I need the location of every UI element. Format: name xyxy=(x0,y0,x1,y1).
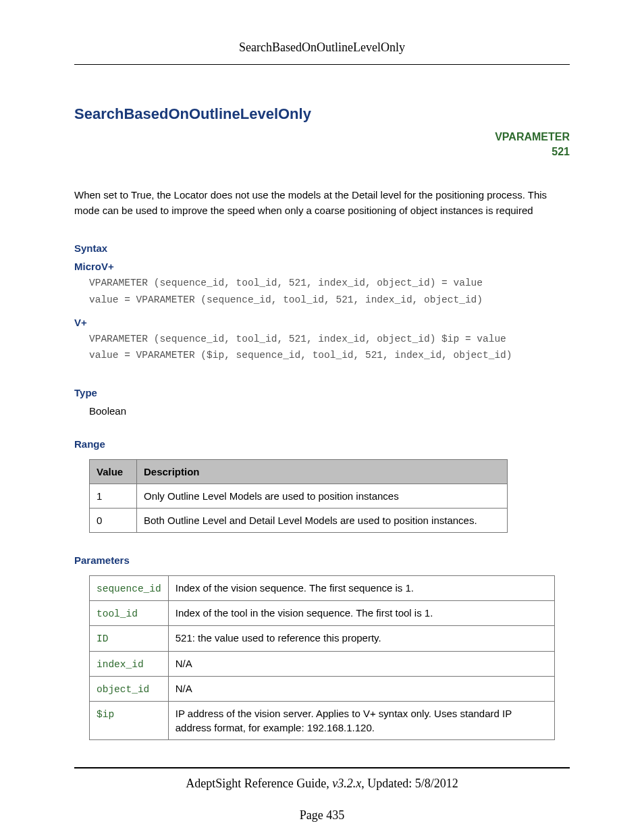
param-desc: N/A xyxy=(168,677,554,702)
param-name: object_id xyxy=(97,684,149,695)
range-table: Value Description 1 Only Outline Level M… xyxy=(89,459,508,533)
syntax-heading: Syntax xyxy=(74,242,570,254)
table-row: object_id N/A xyxy=(90,677,555,702)
param-name: ID xyxy=(97,633,108,644)
table-row: $ip IP address of the vision server. App… xyxy=(90,702,555,740)
table-row: ID 521: the value used to reference this… xyxy=(90,626,555,651)
parameters-table: sequence_id Index of the vision sequence… xyxy=(89,575,555,740)
type-heading: Type xyxy=(74,387,570,398)
param-desc: IP address of the vision server. Applies… xyxy=(168,702,554,740)
page-title: SearchBasedOnOutlineLevelOnly xyxy=(74,105,570,123)
param-name: sequence_id xyxy=(97,583,161,594)
param-name: index_id xyxy=(97,659,144,670)
footer-line: AdeptSight Reference Guide, v3.2.x, Upda… xyxy=(74,777,570,791)
type-value: Boolean xyxy=(89,405,570,417)
table-row: sequence_id Index of the vision sequence… xyxy=(90,575,555,600)
microv-code: VPARAMETER (sequence_id, tool_id, 521, i… xyxy=(89,275,570,308)
table-row: index_id N/A xyxy=(90,651,555,676)
table-row: 1 Only Outline Level Models are used to … xyxy=(90,484,508,508)
running-head: SearchBasedOnOutlineLevelOnly xyxy=(74,41,570,65)
description-paragraph: When set to True, the Locator does not u… xyxy=(74,187,570,219)
parameters-heading: Parameters xyxy=(74,554,570,566)
vplus-heading: V+ xyxy=(74,317,570,328)
page-number: Page 435 xyxy=(74,808,570,823)
param-desc: Index of the tool in the vision sequence… xyxy=(168,601,554,626)
table-row: 0 Both Outline Level and Detail Level Mo… xyxy=(90,508,508,532)
param-name: $ip xyxy=(97,709,114,720)
param-desc: 521: the value used to reference this pr… xyxy=(168,626,554,651)
vparameter-number: 521 xyxy=(74,145,570,159)
range-col-description: Description xyxy=(137,459,508,484)
table-row: tool_id Index of the tool in the vision … xyxy=(90,601,555,626)
vparameter-label: VPARAMETER xyxy=(74,130,570,145)
vplus-code: VPARAMETER (sequence_id, tool_id, 521, i… xyxy=(89,331,570,364)
param-name: tool_id xyxy=(97,608,138,619)
param-desc: N/A xyxy=(168,651,554,676)
param-desc: Index of the vision sequence. The first … xyxy=(168,575,554,600)
microv-heading: MicroV+ xyxy=(74,261,570,272)
range-heading: Range xyxy=(74,438,570,450)
range-col-value: Value xyxy=(90,459,137,484)
